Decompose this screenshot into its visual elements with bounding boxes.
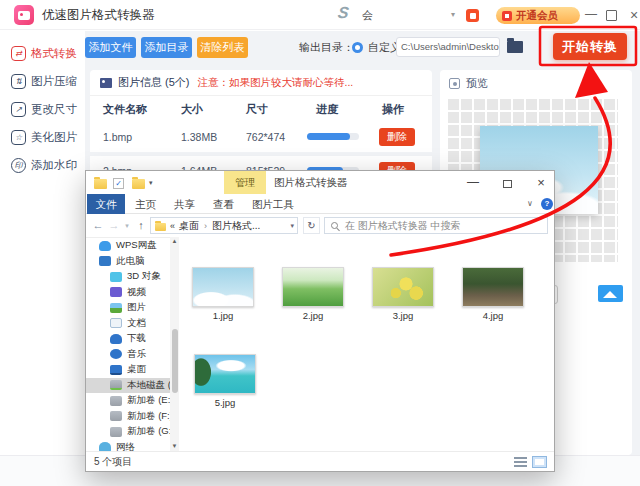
ribbon-tab[interactable]: 图片工具	[243, 194, 303, 214]
sidebar-item[interactable]: ↗ 更改尺寸	[0, 95, 85, 123]
open-vip-button[interactable]: 开通会员	[496, 7, 580, 24]
folder-icon[interactable]	[132, 179, 145, 189]
nav-item-label: 此电脑	[116, 255, 145, 268]
file-size: 1.38MB	[181, 122, 217, 152]
breadcrumb[interactable]: « 桌面 › 图片格式... ▾	[150, 217, 298, 234]
file-thumbnail[interactable]: 4.jpg	[462, 267, 524, 321]
sidebar-item[interactable]: ⇅ 图片压缩	[0, 67, 85, 95]
preview-label: 预览	[466, 70, 488, 97]
nav-item-label: 文档	[127, 317, 146, 330]
nav-item-label: 桌面	[127, 363, 146, 376]
back-icon[interactable]: ←	[90, 215, 106, 236]
nav-item-label: 下载	[127, 332, 146, 345]
chevron-down-icon[interactable]: ▾	[451, 0, 455, 30]
nav-item[interactable]: 图片	[86, 300, 170, 316]
explorer-nav-pane: WPS网盘 此电脑 3D 对象 视频 图片 文档	[86, 237, 170, 451]
search-placeholder: 在 图片格式转换器 中搜索	[345, 218, 461, 233]
quick-access-caret-icon[interactable]: ▾	[149, 173, 153, 193]
nav-item[interactable]: 下载	[86, 331, 170, 347]
forward-icon[interactable]: →	[107, 215, 121, 236]
watermark-icon: 印	[11, 158, 26, 173]
sidebar-menu: ⇄ 格式转换 ⇅ 图片压缩 ↗ 更改尺寸 ☆ 美化图片 印 添加水印	[0, 39, 85, 179]
address-bar: ← → ▾ ↑ « 桌面 › 图片格式... ▾ ↻ 在 图片格式转换器 中搜索	[86, 215, 554, 236]
nav-item[interactable]: 桌面	[86, 362, 170, 378]
nav-item[interactable]: 3D 对象	[86, 269, 170, 285]
nav-item-label: 图片	[127, 301, 146, 314]
sidebar-item[interactable]: ☆ 美化图片	[0, 123, 85, 151]
file-thumbnail[interactable]: 1.jpg	[192, 267, 254, 321]
checkbox-icon[interactable]: ✓	[113, 178, 124, 189]
clear-list-button[interactable]: 清除列表	[197, 37, 248, 58]
app-window: 优速图片格式转换器 S 会 ▾ 开通会员 — × 添加文件 添加目录 清除列表 …	[0, 0, 640, 486]
nav-item[interactable]: 音乐	[86, 347, 170, 363]
scroll-down-icon[interactable]: ▼	[170, 442, 179, 451]
help-icon[interactable]: ?	[541, 198, 553, 210]
thumbnail-view-icon[interactable]	[532, 456, 547, 468]
custom-radio[interactable]	[352, 42, 363, 53]
ribbon-tab[interactable]: 主页	[126, 194, 165, 214]
add-file-button[interactable]: 添加文件	[85, 37, 136, 58]
history-caret-icon[interactable]: ▾	[122, 215, 132, 236]
compress-icon: ⇅	[11, 74, 26, 89]
explorer-close-button[interactable]: ×	[526, 171, 556, 194]
nav-item[interactable]: 此电脑	[86, 254, 170, 270]
refresh-icon[interactable]: ↻	[303, 217, 320, 234]
search-input[interactable]: 在 图片格式转换器 中搜索	[324, 217, 548, 234]
start-convert-button[interactable]: 开始转换	[553, 33, 627, 60]
nav-item[interactable]: 新加卷 (E:)	[86, 393, 170, 409]
sidebar-item[interactable]: ⇄ 格式转换	[0, 39, 85, 67]
up-icon[interactable]: ↑	[134, 215, 148, 236]
folder-icon[interactable]	[94, 179, 107, 189]
convert-icon: ⇄	[11, 46, 26, 61]
explorer-minimize-button[interactable]: —	[458, 171, 488, 194]
maximize-button[interactable]	[606, 10, 617, 21]
file-label: 3.jpg	[372, 310, 434, 321]
folder-icon	[155, 223, 166, 231]
item-count: 5 个项目	[94, 452, 132, 472]
image-badge-icon[interactable]	[598, 285, 623, 302]
titlebar: 优速图片格式转换器 S 会 ▾ 开通会员 — ×	[0, 0, 640, 30]
search-icon	[331, 222, 338, 229]
breadcrumb-caret-icon[interactable]: ▾	[290, 218, 294, 234]
breadcrumb-segment[interactable]: 图片格式...	[212, 218, 260, 234]
file-thumbnail[interactable]: 2.jpg	[282, 267, 344, 321]
file-label: 2.jpg	[282, 310, 344, 321]
nav-item[interactable]: 视频	[86, 285, 170, 301]
delete-button[interactable]: 删除	[379, 128, 415, 146]
scrollbar-thumb[interactable]	[172, 329, 178, 393]
table-row: 1.bmp 1.38MB 762*474 删除	[90, 122, 432, 152]
nav-item[interactable]: 新加卷 (F:)	[86, 409, 170, 425]
browse-folder-icon[interactable]	[507, 41, 523, 53]
minimize-button[interactable]: —	[583, 0, 599, 30]
progress-bar	[307, 133, 359, 140]
nav-item[interactable]: 文档	[86, 316, 170, 332]
file-label: 1.jpg	[192, 310, 254, 321]
explorer-file-grid: 1.jpg 2.jpg 3.jpg 4.jpg 5.jpg	[186, 237, 554, 451]
scroll-up-icon[interactable]: ▲	[170, 237, 179, 246]
breadcrumb-chevrons: «	[170, 218, 175, 234]
breadcrumb-segment[interactable]: 桌面	[179, 218, 199, 234]
nav-item[interactable]: WPS网盘	[86, 238, 170, 254]
ribbon-tab[interactable]: 查看	[204, 194, 243, 214]
add-folder-button[interactable]: 添加目录	[141, 37, 192, 58]
ribbon-tab[interactable]: 共享	[165, 194, 204, 214]
output-path-input[interactable]: C:\Users\admin\Deskto	[396, 37, 500, 57]
close-button[interactable]: ×	[626, 0, 640, 30]
explorer-maximize-button[interactable]	[492, 171, 522, 194]
file-thumbnail[interactable]: 5.jpg	[194, 354, 256, 408]
nav-item[interactable]: 网络	[86, 440, 170, 452]
nav-item-label: WPS网盘	[116, 239, 157, 252]
col-action: 操作	[382, 96, 404, 122]
vip-mini-icon[interactable]	[466, 9, 479, 22]
sidebar-item[interactable]: 印 添加水印	[0, 151, 85, 179]
list-view-icon[interactable]	[514, 457, 527, 467]
scrollbar[interactable]: ▲ ▼	[170, 237, 179, 451]
col-filename: 文件名称	[103, 96, 147, 122]
file-thumbnail[interactable]: 3.jpg	[372, 267, 434, 321]
nav-item[interactable]: 新加卷 (G:)	[86, 424, 170, 440]
ribbon-collapse-icon[interactable]: ∨	[523, 194, 537, 214]
tab-file[interactable]: 文件	[87, 194, 125, 214]
preview-icon	[449, 78, 460, 89]
nav-item[interactable]: 本地磁盘 (C:)	[86, 378, 170, 394]
manage-tab[interactable]: 管理	[224, 171, 266, 194]
